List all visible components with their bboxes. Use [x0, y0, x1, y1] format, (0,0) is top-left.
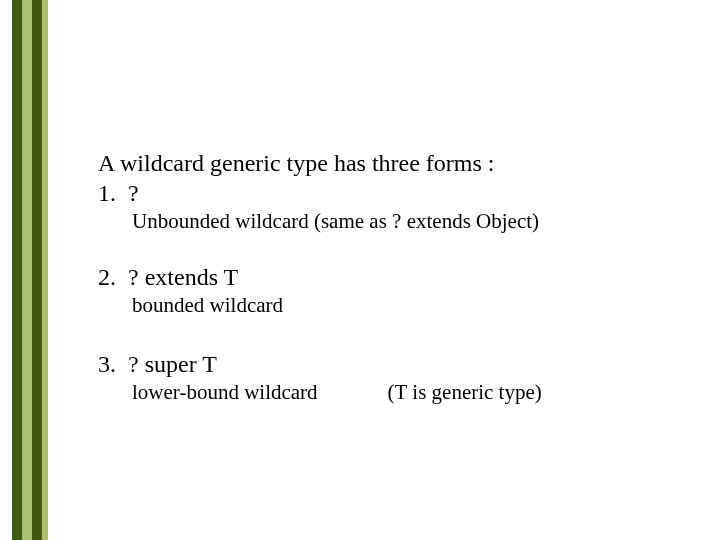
spacer	[98, 319, 678, 349]
item-1-sub: Unbounded wildcard (same as ? extends Ob…	[132, 208, 678, 234]
item-number: 3.	[98, 349, 128, 379]
item-3: 3.? super T	[98, 349, 678, 379]
stripe-bar	[32, 0, 42, 540]
item-title: ?	[128, 180, 139, 206]
slide: A wildcard generic type has three forms …	[0, 0, 720, 540]
item-3-note: (T is generic type)	[388, 379, 542, 405]
stripe-bar	[22, 0, 32, 540]
spacer	[98, 234, 678, 262]
item-number: 1.	[98, 178, 128, 208]
item-title: ? extends T	[128, 264, 238, 290]
content: A wildcard generic type has three forms …	[98, 148, 678, 405]
item-number: 2.	[98, 262, 128, 292]
item-2: 2.? extends T	[98, 262, 678, 292]
item-2-sub: bounded wildcard	[132, 292, 678, 318]
stripe-bar	[12, 0, 22, 540]
side-stripe	[12, 0, 48, 540]
item-3-sub: lower-bound wildcard	[132, 379, 318, 405]
intro-text: A wildcard generic type has three forms …	[98, 148, 678, 178]
stripe-bar	[42, 0, 48, 540]
item-1: 1.?	[98, 178, 678, 208]
item-3-sub-row: lower-bound wildcard (T is generic type)	[132, 379, 678, 405]
item-title: ? super T	[128, 351, 217, 377]
